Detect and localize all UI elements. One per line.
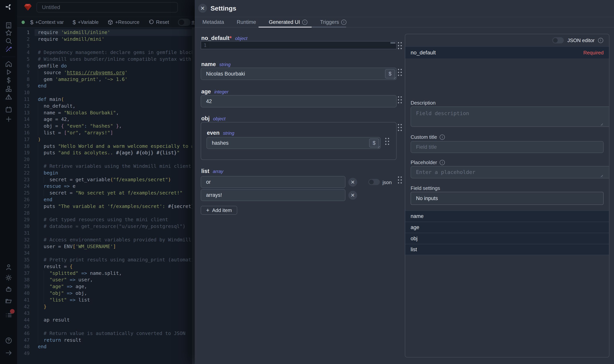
field-row-age[interactable]: age [405, 222, 609, 233]
add-plus-icon[interactable] [0, 115, 17, 123]
line-number: 40 [17, 290, 35, 297]
editor-mode-toggle[interactable] [178, 19, 191, 26]
info-icon[interactable]: i [598, 38, 603, 43]
json-editor-toggle[interactable] [552, 37, 564, 43]
placeholder-textarea[interactable] [411, 166, 609, 178]
remove-item-icon[interactable]: ✕ [348, 178, 357, 187]
mini-editor-scrollbar[interactable] [391, 42, 395, 44]
field-row-list[interactable]: list [405, 244, 609, 255]
help-icon[interactable] [0, 336, 17, 345]
remove-item-icon[interactable]: ✕ [348, 191, 357, 200]
drag-handle-name[interactable] [397, 68, 402, 76]
json-toggle[interactable] [368, 179, 380, 185]
code-line: 5# Windmill uses bundler/inline compatib… [17, 56, 195, 63]
line-number: 7 [17, 69, 35, 76]
field-row-name[interactable]: name [405, 211, 609, 221]
name-input-wrap: $ [201, 68, 397, 80]
calendar-icon[interactable] [0, 105, 17, 114]
runs-play-icon[interactable] [0, 68, 17, 76]
code-line: 42 } [17, 303, 195, 310]
favorites-star-icon[interactable] [0, 29, 17, 37]
line-number: 6 [17, 63, 35, 69]
code-line: 43 [17, 310, 195, 317]
field-settings-select[interactable]: No inputs [411, 192, 604, 205]
drag-handle-list[interactable] [397, 175, 402, 184]
code-line: 40 "obj" => obj, [17, 290, 195, 297]
diff-plusminus-icon[interactable]: ± [191, 19, 195, 26]
code-line: 37 "splitted" => name.split, [17, 270, 195, 277]
audit-logs-icon[interactable] [0, 311, 17, 319]
user-icon[interactable] [0, 263, 17, 271]
search-icon[interactable] [0, 37, 17, 45]
add-resource-button[interactable]: +Resource [107, 19, 139, 25]
drag-handle-even[interactable] [384, 137, 390, 145]
no-default-json-input[interactable]: 1 [201, 41, 397, 49]
line-number: 9 [17, 83, 35, 89]
add-context-var-button[interactable]: $ +Context var [30, 19, 64, 26]
dollar-insert-button[interactable]: $ [369, 139, 379, 147]
line-number: 49 [17, 350, 35, 357]
code-line: 9end [17, 83, 195, 89]
rotate-icon [148, 19, 154, 25]
drag-handle-no-default[interactable] [397, 41, 402, 49]
tab-triggers[interactable]: Triggersi [320, 19, 346, 25]
age-input[interactable] [201, 95, 397, 107]
close-icon[interactable]: ✕ [198, 4, 207, 13]
add-variable-button[interactable]: $ +Variable [73, 19, 99, 26]
list-item-0-wrap [201, 176, 345, 188]
code-line: 1require 'windmill/inline' [17, 29, 195, 36]
script-name-input[interactable] [37, 2, 178, 13]
list-item-input[interactable] [201, 176, 345, 188]
code-line: 38 "user" => user, [17, 276, 195, 283]
even-input[interactable] [207, 137, 381, 149]
settings-gear-icon[interactable] [0, 273, 17, 282]
ai-wand-icon[interactable] [0, 45, 17, 53]
folders-icon[interactable] [0, 297, 17, 305]
line-number: 21 [17, 163, 35, 170]
info-icon[interactable]: i [302, 20, 307, 25]
info-icon[interactable]: i [440, 134, 445, 140]
drag-handle-obj[interactable] [397, 123, 402, 131]
dollar-insert-button[interactable]: $ [385, 69, 395, 78]
dollar-icon: $ [73, 19, 76, 26]
code-line: 25 secret = "No secret yet at f/examples… [17, 190, 195, 196]
code-line: 47 return result [17, 337, 195, 344]
resources-cubes-icon[interactable] [0, 85, 17, 93]
code-editor[interactable]: 1require 'windmill/inline'2require 'wind… [17, 27, 195, 364]
selected-field-header[interactable]: no_default Required [405, 47, 609, 59]
tab-metadata[interactable]: Metadata [202, 19, 224, 25]
variables-dollar-icon[interactable] [0, 76, 17, 85]
home-icon[interactable] [0, 60, 17, 68]
workers-robot-icon[interactable] [0, 285, 17, 293]
line-number: 41 [17, 297, 35, 303]
workspace-icon[interactable] [0, 21, 17, 29]
description-textarea[interactable] [411, 106, 609, 127]
code-line: 26 end [17, 196, 195, 203]
windmill-logo-icon[interactable] [0, 3, 17, 11]
code-line: 18 puts "Hello World and a warm welcome … [17, 143, 195, 150]
collapse-sidebar-arrow-icon[interactable] [0, 349, 17, 357]
list-item-input[interactable] [201, 189, 345, 201]
code-line: 17) [17, 136, 195, 143]
line-number: 33 [17, 243, 35, 250]
field-row-obj[interactable]: obj [405, 233, 609, 244]
code-line: 46 # Return value is automatically conve… [17, 330, 195, 337]
editor-scrollbar[interactable] [192, 27, 195, 364]
tab-runtime[interactable]: Runtime [237, 19, 256, 25]
name-input[interactable] [201, 68, 397, 80]
drag-handle-age[interactable] [397, 95, 402, 104]
info-icon[interactable]: i [440, 160, 445, 165]
apps-pyramid-icon[interactable] [0, 93, 17, 101]
info-icon[interactable]: i [341, 20, 346, 25]
custom-title-input[interactable] [411, 141, 604, 153]
field-label-no-default: no_default*object [201, 35, 248, 41]
line-number: 23 [17, 176, 35, 183]
tab-generated-ui[interactable]: Generated UIi [269, 19, 307, 25]
required-badge: Required [583, 50, 604, 56]
reset-button[interactable]: Reset [148, 19, 169, 25]
line-number: 37 [17, 270, 35, 277]
notification-badge [10, 309, 15, 314]
line-number: 25 [17, 190, 35, 196]
line-number: 17 [17, 136, 35, 143]
add-item-button[interactable]: + Add item [201, 206, 237, 215]
